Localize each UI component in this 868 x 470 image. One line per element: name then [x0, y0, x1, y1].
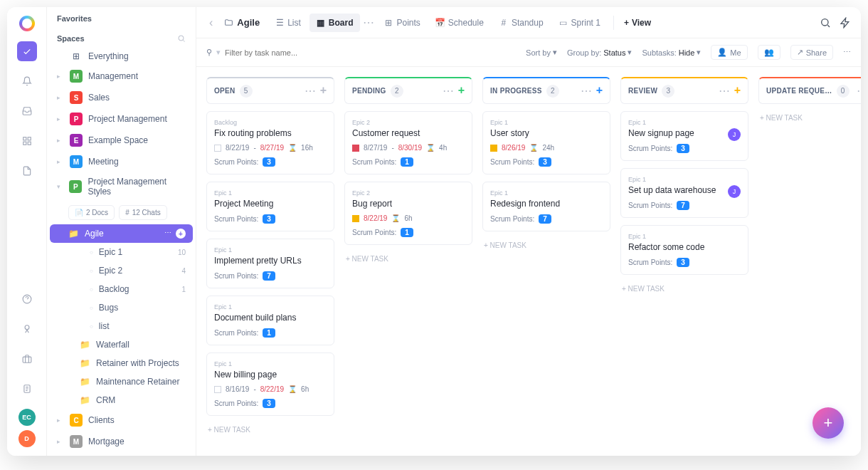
group-button[interactable]: Group by: Status ▾ — [567, 48, 633, 57]
column-header[interactable]: PENDING2⋯+ — [344, 77, 472, 104]
view-tab[interactable]: ☰List — [268, 14, 308, 32]
nav-rail: EC D — [7, 7, 47, 456]
space-row[interactable]: ▸SSales — [50, 87, 193, 108]
rail-home[interactable] — [17, 41, 37, 61]
list-row[interactable]: ○Epic 110 — [50, 243, 193, 261]
rail-workspace[interactable] — [17, 349, 37, 369]
task-card[interactable]: Epic 1Redesign frontendScrum Points:7 — [482, 182, 610, 231]
search-icon[interactable] — [820, 17, 831, 28]
avatar-1[interactable]: EC — [18, 409, 36, 426]
assignee-avatar[interactable]: J — [728, 185, 741, 198]
everything-row[interactable]: ⊞Everything — [50, 47, 193, 66]
back-icon[interactable]: ‹ — [206, 14, 216, 32]
view-tab[interactable]: #Standup — [492, 14, 551, 32]
column-more-icon[interactable]: ⋯ — [443, 84, 454, 98]
svg-rect-3 — [28, 142, 31, 145]
column-header[interactable]: UPDATE REQUE…0⋯+ — [758, 77, 861, 104]
new-task-button[interactable]: + NEW TASK — [206, 423, 334, 437]
rail-notifications[interactable] — [17, 71, 37, 91]
rail-docs[interactable] — [17, 161, 37, 181]
folder-row[interactable]: 📁Maintenance Retainer — [50, 372, 193, 391]
space-row[interactable]: ▸MManagement — [50, 66, 193, 87]
filter-input[interactable] — [225, 48, 310, 57]
rail-inbox[interactable] — [17, 101, 37, 121]
task-card[interactable]: Epic 1New billing page8/16/19-8/22/19⌛6h… — [206, 352, 334, 416]
task-card[interactable]: Epic 1Refactor some codeScrum Points:3 — [620, 225, 748, 275]
me-button[interactable]: 👤 Me — [711, 45, 747, 60]
column-header[interactable]: REVIEW3⋯+ — [620, 77, 748, 104]
folder-row[interactable]: 📁Waterfall — [50, 335, 193, 354]
rail-help[interactable] — [17, 289, 37, 309]
task-card[interactable]: Epic 1Implement pretty URLsScrum Points:… — [206, 239, 334, 288]
column-more-icon[interactable]: ⋯ — [719, 84, 730, 98]
add-space-button[interactable]: +Add Space — [50, 452, 193, 456]
task-card[interactable]: Epic 1User story8/26/19⌛24hScrum Points:… — [482, 111, 610, 174]
assignee-avatar[interactable]: J — [728, 128, 741, 141]
column-add-icon[interactable]: + — [320, 84, 327, 98]
create-fab[interactable]: + — [813, 407, 844, 439]
svg-point-8 — [822, 19, 828, 25]
view-tab[interactable]: ⊞Points — [377, 14, 427, 32]
task-card[interactable]: Epic 1Document build plansScrum Points:1 — [206, 296, 334, 345]
task-card[interactable]: Epic 2Customer request8/27/19-8/30/19⌛4h… — [344, 111, 472, 174]
folder-more-icon[interactable]: ⋯ — [164, 229, 171, 239]
app-logo[interactable] — [19, 16, 35, 31]
new-task-button[interactable]: + NEW TASK — [482, 239, 610, 252]
column-add-icon[interactable]: + — [596, 84, 603, 98]
new-task-button[interactable]: + NEW TASK — [620, 282, 748, 296]
active-folder-agile[interactable]: 📁Agile ⋯+ — [50, 224, 193, 243]
rail-dashboards[interactable] — [17, 131, 37, 151]
list-row[interactable]: ○Epic 24 — [50, 261, 193, 280]
space-row[interactable]: ▾PProject Management Styles — [50, 172, 193, 201]
view-tab[interactable]: ▦Board — [309, 14, 361, 32]
chats-chip[interactable]: # 12 Chats — [119, 205, 167, 220]
new-task-button[interactable]: + NEW TASK — [758, 111, 861, 125]
list-row[interactable]: ○Bugs — [50, 298, 193, 317]
task-card[interactable]: Epic 1Set up data warehouseJScrum Points… — [620, 168, 748, 218]
column-header[interactable]: OPEN5⋯+ — [206, 77, 334, 104]
sidebar: Favorites Spaces ⊞Everything ▸MManagemen… — [47, 7, 196, 456]
automation-icon[interactable] — [840, 17, 851, 28]
hourglass-icon: ⌛ — [288, 144, 297, 152]
favorites-section[interactable]: Favorites — [47, 7, 196, 27]
space-row[interactable]: ▸EExample Space — [50, 130, 193, 151]
breadcrumb[interactable]: Agile — [218, 14, 265, 31]
svg-rect-2 — [23, 142, 26, 145]
task-card[interactable]: Epic 1New signup pageJScrum Points:3 — [620, 111, 748, 161]
task-card[interactable]: BacklogFix routing problems8/22/19-8/27/… — [206, 111, 334, 174]
column-header[interactable]: IN PROGRESS2⋯+ — [482, 77, 610, 104]
space-row[interactable]: ▸PProject Management — [50, 108, 193, 130]
search-icon[interactable] — [177, 34, 186, 43]
tab-more-icon[interactable]: ⋯ — [361, 14, 376, 31]
sort-button[interactable]: Sort by ▾ — [526, 48, 557, 57]
subtasks-button[interactable]: Subtasks: Hide ▾ — [642, 48, 701, 57]
column-add-icon[interactable]: + — [734, 84, 741, 98]
avatar-2[interactable]: D — [18, 430, 36, 447]
folder-row[interactable]: 📁CRM — [50, 391, 193, 409]
task-card[interactable]: Epic 2Bug report8/22/19⌛6hScrum Points:1 — [344, 182, 472, 245]
list-row[interactable]: ○list — [50, 317, 193, 335]
column-more-icon[interactable]: ⋯ — [581, 84, 592, 98]
folder-row[interactable]: 📁Retainer with Projects — [50, 354, 193, 372]
add-view-button[interactable]: +View — [620, 15, 655, 31]
folder-add-icon[interactable]: + — [176, 229, 186, 239]
filter-icon[interactable]: ⚲ — [206, 48, 212, 57]
more-icon[interactable]: ⋯ — [843, 48, 851, 57]
assignees-button[interactable]: 👥 — [758, 45, 780, 60]
docs-chip[interactable]: 📄 2 Docs — [68, 205, 115, 220]
space-row[interactable]: ▸CClients — [50, 409, 193, 431]
rail-notepad[interactable] — [17, 379, 37, 399]
new-task-button[interactable]: + NEW TASK — [344, 252, 472, 266]
view-tab[interactable]: ▭Sprint 1 — [552, 14, 608, 32]
spaces-section[interactable]: Spaces — [47, 27, 196, 47]
task-card[interactable]: Epic 1Project MeetingScrum Points:3 — [206, 182, 334, 231]
column-more-icon[interactable]: ⋯ — [305, 84, 316, 98]
space-row[interactable]: ▸MMortgage — [50, 431, 193, 452]
column-add-icon[interactable]: + — [458, 84, 465, 98]
share-button[interactable]: ↗ Share — [790, 45, 833, 60]
rail-goals[interactable] — [17, 319, 37, 339]
view-tab[interactable]: 📅Schedule — [429, 14, 491, 32]
list-row[interactable]: ○Backlog1 — [50, 280, 193, 298]
column-more-icon[interactable]: ⋯ — [857, 84, 861, 98]
space-row[interactable]: ▸MMeeting — [50, 151, 193, 172]
